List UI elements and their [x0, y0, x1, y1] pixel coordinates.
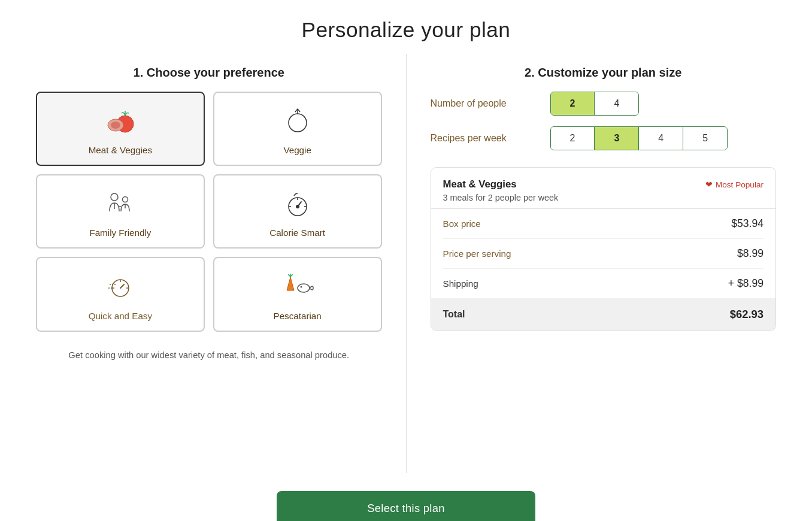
- pescatarian-label: Pescatarian: [274, 311, 322, 321]
- quick-easy-label: Quick and Easy: [89, 311, 152, 321]
- calorie-smart-icon: [283, 190, 312, 222]
- preference-card-veggie[interactable]: Veggie: [213, 92, 382, 166]
- svg-point-6: [122, 197, 128, 202]
- box-price-row: Box price $53.94: [443, 209, 764, 239]
- main-container: 1. Choose your preference M: [0, 54, 812, 473]
- price-per-serving-label: Price per serving: [443, 249, 511, 259]
- page-title: Personalize your plan: [0, 0, 812, 54]
- recipes-option-2[interactable]: 2: [551, 127, 595, 150]
- people-option-4[interactable]: 4: [595, 92, 638, 115]
- price-per-serving-row: Price per serving $8.99: [443, 239, 764, 269]
- left-panel: 1. Choose your preference M: [0, 54, 407, 473]
- shipping-value: + $8.99: [728, 277, 763, 290]
- shipping-label: Shipping: [443, 278, 478, 289]
- summary-rows: Box price $53.94 Price per serving $8.99…: [431, 209, 776, 298]
- box-price-value: $53.94: [731, 217, 763, 230]
- preference-card-meat-veggies[interactable]: Meat & Veggies: [36, 92, 205, 166]
- number-of-people-options: 2 4: [550, 92, 640, 116]
- summary-header-top: Meat & Veggies ❤ Most Popular: [443, 178, 764, 190]
- summary-box: Meat & Veggies ❤ Most Popular 3 meals fo…: [431, 167, 777, 331]
- family-friendly-icon: [104, 190, 137, 222]
- preference-description: Get cooking with our widest variety of m…: [36, 349, 382, 362]
- summary-plan-name: Meat & Veggies: [443, 178, 517, 190]
- meat-veggies-label: Meat & Veggies: [89, 145, 152, 155]
- pescatarian-icon: [281, 272, 314, 304]
- total-label: Total: [443, 309, 465, 320]
- most-popular-badge: ❤ Most Popular: [705, 180, 763, 189]
- heart-icon: ❤: [705, 180, 713, 189]
- svg-point-12: [298, 284, 310, 292]
- svg-point-3: [289, 114, 307, 132]
- shipping-row: Shipping + $8.99: [443, 269, 764, 298]
- veggie-icon: [283, 107, 312, 139]
- preference-grid: Meat & Veggies Veggie: [36, 92, 382, 332]
- summary-subtitle: 3 meals for 2 people per week: [443, 193, 764, 202]
- total-row: Total $62.93: [431, 298, 776, 331]
- svg-point-13: [300, 286, 302, 288]
- right-section-title: 2. Customize your plan size: [431, 66, 777, 80]
- recipes-option-3[interactable]: 3: [595, 127, 639, 150]
- meat-veggies-icon: [104, 107, 137, 139]
- left-section-title: 1. Choose your preference: [36, 66, 382, 80]
- people-option-2[interactable]: 2: [551, 92, 595, 115]
- total-value: $62.93: [730, 308, 763, 321]
- most-popular-label: Most Popular: [716, 180, 763, 189]
- summary-header: Meat & Veggies ❤ Most Popular 3 meals fo…: [431, 168, 776, 209]
- svg-point-2: [111, 122, 120, 129]
- preference-card-family-friendly[interactable]: Family Friendly: [36, 174, 205, 249]
- preference-card-calorie-smart[interactable]: Calorie Smart: [213, 174, 382, 249]
- recipes-per-week-options: 2 3 4 5: [550, 126, 728, 150]
- number-of-people-label: Number of people: [431, 98, 550, 109]
- recipes-per-week-row: Recipes per week 2 3 4 5: [431, 126, 777, 150]
- recipes-option-5[interactable]: 5: [683, 127, 727, 150]
- family-friendly-label: Family Friendly: [89, 228, 151, 238]
- calorie-smart-label: Calorie Smart: [269, 228, 325, 238]
- bottom-section: Select this plan Each week you can curat…: [0, 473, 812, 521]
- preference-card-pescatarian[interactable]: Pescatarian: [213, 257, 382, 331]
- select-plan-button[interactable]: Select this plan: [277, 491, 535, 521]
- recipes-per-week-label: Recipes per week: [431, 133, 550, 144]
- price-per-serving-value: $8.99: [737, 247, 763, 260]
- right-panel: 2. Customize your plan size Number of pe…: [407, 54, 813, 473]
- preference-card-quick-easy[interactable]: Quick and Easy: [36, 257, 205, 331]
- box-price-label: Box price: [443, 219, 481, 229]
- quick-easy-icon: [106, 272, 135, 304]
- veggie-label: Veggie: [283, 145, 311, 155]
- number-of-people-row: Number of people 2 4: [431, 92, 777, 116]
- svg-point-4: [111, 193, 118, 201]
- recipes-option-4[interactable]: 4: [639, 127, 683, 150]
